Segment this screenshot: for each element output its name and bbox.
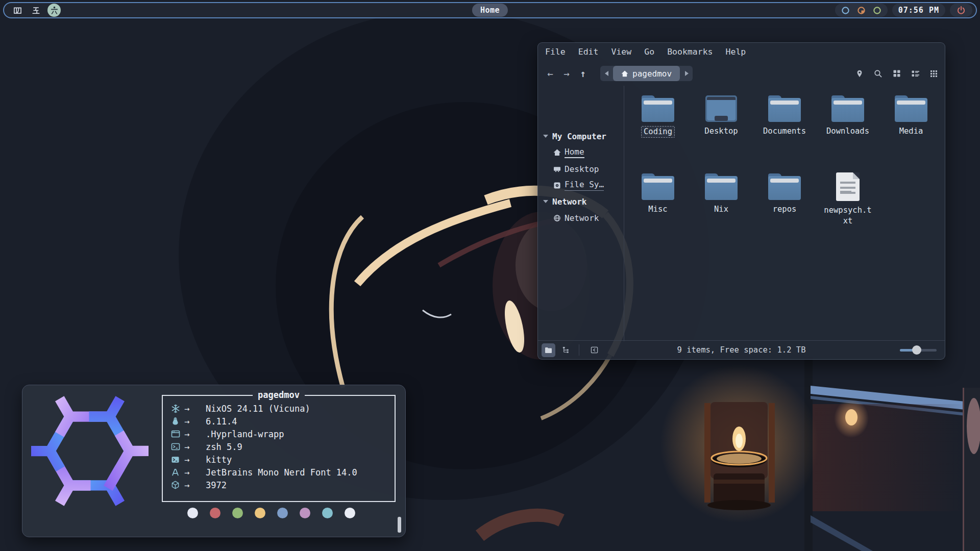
- terminal-scrollbar-thumb[interactable]: [398, 517, 401, 533]
- current-path-tab[interactable]: pagedmov: [613, 66, 680, 81]
- menu-edit[interactable]: Edit: [578, 47, 599, 57]
- file-item-downloads[interactable]: Downloads: [817, 95, 878, 173]
- tab-scroll-right-icon[interactable]: [680, 66, 693, 81]
- sidebar-item-network[interactable]: Network: [553, 210, 599, 226]
- desktop-folder-icon: [705, 95, 737, 122]
- arrow: →: [184, 480, 206, 490]
- sidebar-item-label: Home: [565, 147, 584, 158]
- tree-pane-button[interactable]: [559, 343, 573, 357]
- slider-knob[interactable]: [912, 345, 921, 355]
- file-item-documents[interactable]: Documents: [754, 95, 815, 173]
- folder-icon: [705, 173, 738, 200]
- forward-button[interactable]: →: [560, 68, 573, 79]
- sidebar-item-label: Network: [565, 213, 599, 223]
- tray-record-ring-icon[interactable]: [857, 6, 866, 15]
- file-label: Nix: [712, 204, 730, 215]
- search-icon[interactable]: [874, 69, 883, 78]
- expander-icon: [543, 200, 548, 203]
- power-icon: [957, 6, 966, 15]
- packages-value: 3972: [206, 480, 227, 490]
- file-item-desktop[interactable]: Desktop: [691, 95, 752, 173]
- nixos-logo: [31, 393, 149, 509]
- menu-view[interactable]: View: [611, 47, 632, 57]
- hide-panel-button[interactable]: [587, 343, 601, 357]
- file-label: Desktop: [702, 126, 740, 137]
- package-icon: [171, 481, 184, 489]
- places-pane-button[interactable]: [542, 343, 555, 357]
- arrow: →: [184, 467, 206, 478]
- focused-window-title: Home: [480, 6, 500, 15]
- file-item-misc[interactable]: Misc: [627, 173, 689, 252]
- section-label: My Computer: [552, 132, 606, 141]
- sidebar-item-label: Desktop: [565, 164, 599, 174]
- terminal-window: pagedmov → NixOS 24.11 (Vicuna) → 6.11.4: [22, 385, 406, 537]
- fetch-line-os: → NixOS 24.11 (Vicuna): [171, 402, 357, 415]
- terminal-app-icon: [171, 456, 184, 464]
- folder-icon: [895, 95, 927, 122]
- hide-panel-icon: [591, 346, 598, 354]
- workspace-four[interactable]: [11, 4, 24, 17]
- fetch-line-font: → JetBrains Mono Nerd Font 14.0: [171, 466, 357, 479]
- file-item-media[interactable]: Media: [880, 95, 942, 173]
- nix-snowflake-icon: [171, 404, 184, 413]
- zoom-slider[interactable]: [900, 345, 937, 355]
- palette-dot-6: [322, 508, 333, 518]
- workspace-five[interactable]: [29, 4, 42, 17]
- file-label: newpsych.txt: [820, 205, 875, 227]
- file-item-repos[interactable]: repos: [754, 173, 815, 252]
- palette-dot-0: [187, 508, 198, 518]
- icon-view-icon[interactable]: [893, 69, 901, 78]
- sidebar-section-network[interactable]: Network: [543, 194, 586, 209]
- workspace-six-icon: [50, 6, 59, 15]
- shell-icon: [171, 442, 184, 451]
- up-button[interactable]: ↑: [577, 68, 589, 79]
- sidebar-item-desktop[interactable]: Desktop: [553, 161, 599, 177]
- arrow: →: [184, 429, 206, 439]
- window-title-pill: Home: [472, 4, 508, 17]
- fetch-line-terminal: → kitty: [171, 453, 357, 466]
- file-manager-window: File Edit View Go Bookmarks Help ← → ↑ p…: [537, 42, 945, 360]
- current-path-label: pagedmov: [632, 69, 672, 79]
- location-pin-icon[interactable]: [855, 69, 864, 78]
- power-button[interactable]: [950, 4, 972, 17]
- system-tray: [835, 4, 888, 17]
- disk-icon: [553, 182, 561, 189]
- globe-icon: [553, 214, 561, 222]
- tab-scroll-left-icon[interactable]: [600, 66, 613, 81]
- file-item-coding[interactable]: Coding: [627, 95, 689, 173]
- file-label: repos: [771, 204, 799, 215]
- tray-green-ring-icon[interactable]: [873, 6, 881, 15]
- menu-bookmarks[interactable]: Bookmarks: [667, 47, 713, 57]
- clock-time: 07:56 PM: [898, 6, 939, 15]
- file-manager-body: My Computer Home Desktop File Sy… Networ…: [538, 86, 945, 341]
- tray-blue-ring-icon[interactable]: [841, 6, 850, 15]
- focused-window-indicator: Home: [472, 4, 508, 17]
- text-file-icon: [836, 172, 860, 201]
- arrow: →: [184, 455, 206, 465]
- file-item-nix[interactable]: Nix: [691, 173, 752, 252]
- menu-file[interactable]: File: [545, 47, 566, 57]
- back-button[interactable]: ←: [544, 68, 556, 79]
- file-label: Documents: [761, 126, 808, 137]
- workspace-six-active[interactable]: [47, 4, 61, 17]
- file-label: Media: [897, 126, 925, 137]
- font-value: JetBrains Mono Nerd Font 14.0: [206, 467, 357, 478]
- status-summary: 9 items, Free space: 1.2 TB: [677, 345, 806, 355]
- list-view-icon[interactable]: [911, 69, 920, 78]
- sidebar-item-home[interactable]: Home: [553, 145, 584, 160]
- sidebar-section-my-computer[interactable]: My Computer: [543, 129, 606, 144]
- file-item-newpsych-txt[interactable]: newpsych.txt: [817, 173, 878, 252]
- arrow: →: [184, 442, 206, 452]
- palette-dot-4: [277, 508, 288, 518]
- fastfetch-lines: → NixOS 24.11 (Vicuna) → 6.11.4 → .Hyprl…: [171, 402, 357, 491]
- menu-go[interactable]: Go: [644, 47, 654, 57]
- toolbar-view-controls: [855, 61, 938, 86]
- top-bar: Home 07:56 PM: [3, 2, 977, 18]
- os-value: NixOS 24.11 (Vicuna): [206, 404, 310, 414]
- tree-pane-icon: [562, 346, 570, 354]
- workspace-switcher: [11, 4, 61, 17]
- compact-view-icon[interactable]: [930, 70, 938, 78]
- sidebar-item-filesystem[interactable]: File Sy…: [553, 178, 604, 193]
- menu-help[interactable]: Help: [726, 47, 746, 57]
- status-bar: 9 items, Free space: 1.2 TB: [538, 340, 945, 359]
